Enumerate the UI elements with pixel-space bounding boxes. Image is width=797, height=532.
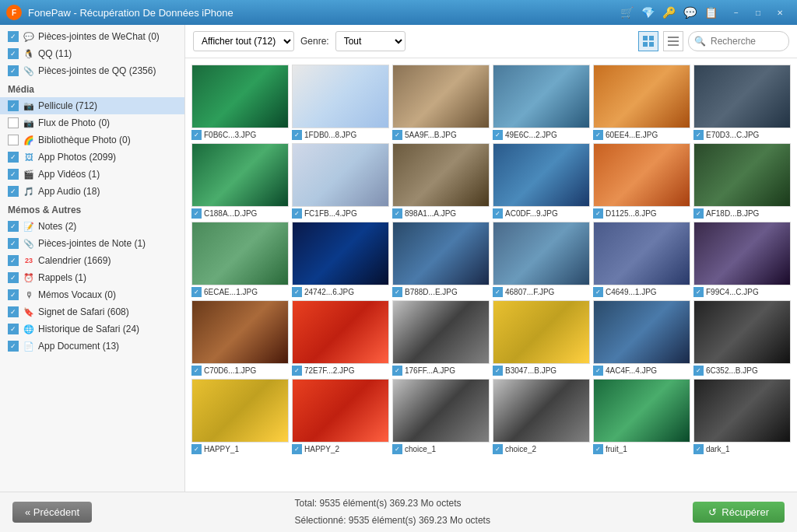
- back-button[interactable]: « Précédent: [12, 502, 92, 523]
- grid-cell-10[interactable]: D1125...8.JPG: [593, 143, 690, 219]
- grid-cell-28[interactable]: fruit_1: [593, 379, 690, 454]
- grid-cell-15[interactable]: 46807...F.JPG: [493, 222, 590, 297]
- checkbox-notes[interactable]: [8, 221, 19, 232]
- genre-select[interactable]: Tout Photos Vidéos: [335, 31, 406, 51]
- cell-checkbox-7[interactable]: [292, 208, 302, 219]
- chat-icon[interactable]: 💬: [683, 6, 697, 19]
- cell-checkbox-0[interactable]: [191, 130, 202, 140]
- sidebar-item-notes[interactable]: 📝 Notes (2): [0, 218, 184, 235]
- checkbox-qq[interactable]: [8, 48, 19, 59]
- sidebar-item-qq-attach[interactable]: 📎 Pièces-jointes de QQ (2356): [0, 62, 184, 79]
- cell-checkbox-18[interactable]: [191, 366, 202, 376]
- cell-checkbox-9[interactable]: [493, 208, 503, 219]
- cart-icon[interactable]: 🛒: [620, 6, 634, 19]
- cell-checkbox-21[interactable]: [493, 366, 503, 376]
- cell-checkbox-17[interactable]: [693, 287, 704, 297]
- checkbox-flux[interactable]: [8, 117, 19, 128]
- key-icon[interactable]: 🔑: [662, 6, 676, 19]
- search-input[interactable]: [688, 31, 789, 51]
- sidebar-item-pellicule[interactable]: 📷 Pellicule (712): [0, 97, 184, 114]
- cell-checkbox-14[interactable]: [392, 287, 402, 297]
- cell-checkbox-28[interactable]: [593, 444, 603, 454]
- cell-checkbox-26[interactable]: [392, 444, 402, 454]
- checkbox-rappels[interactable]: [8, 272, 19, 283]
- grid-cell-26[interactable]: choice_1: [392, 379, 490, 454]
- list-view-button[interactable]: [663, 31, 683, 51]
- grid-cell-18[interactable]: C70D6...1.JPG: [191, 300, 289, 376]
- cell-checkbox-24[interactable]: [191, 444, 202, 454]
- display-select[interactable]: Afficher tout (712): [193, 31, 294, 51]
- checkbox-app-document[interactable]: [8, 341, 19, 352]
- cell-checkbox-27[interactable]: [493, 444, 503, 454]
- cell-checkbox-20[interactable]: [392, 366, 402, 376]
- cell-checkbox-1[interactable]: [292, 130, 302, 140]
- heart-icon[interactable]: 💎: [641, 6, 655, 19]
- cell-checkbox-2[interactable]: [392, 130, 402, 140]
- cell-checkbox-12[interactable]: [191, 287, 202, 297]
- recover-button[interactable]: ↺ Récupérer: [693, 502, 785, 523]
- grid-cell-4[interactable]: 60EE4...E.JPG: [593, 65, 690, 140]
- grid-cell-2[interactable]: 5AA9F...B.JPG: [392, 65, 490, 140]
- clipboard-icon[interactable]: 📋: [704, 6, 718, 19]
- cell-checkbox-16[interactable]: [593, 287, 603, 297]
- grid-cell-8[interactable]: 898A1...A.JPG: [392, 143, 490, 219]
- grid-cell-22[interactable]: 4AC4F...4.JPG: [593, 300, 690, 376]
- checkbox-app-audio[interactable]: [8, 186, 19, 197]
- checkbox-calendrier[interactable]: [8, 255, 19, 266]
- sidebar-item-historique[interactable]: 🌐 Historique de Safari (24): [0, 320, 184, 338]
- grid-cell-6[interactable]: C188A...D.JPG: [191, 143, 289, 219]
- grid-cell-11[interactable]: AF18D...B.JPG: [693, 143, 791, 219]
- checkbox-wechat[interactable]: [8, 31, 19, 42]
- sidebar-item-signet[interactable]: 🔖 Signet de Safari (608): [0, 303, 184, 320]
- grid-cell-13[interactable]: 24742...6.JPG: [292, 222, 389, 297]
- cell-checkbox-22[interactable]: [593, 366, 603, 376]
- grid-cell-29[interactable]: dark_1: [693, 379, 791, 454]
- cell-checkbox-6[interactable]: [191, 208, 202, 219]
- sidebar-item-rappels[interactable]: ⏰ Rappels (1): [0, 269, 184, 286]
- grid-cell-21[interactable]: B3047...B.JPG: [493, 300, 590, 376]
- grid-view-button[interactable]: [638, 31, 658, 51]
- checkbox-qq-attach[interactable]: [8, 65, 19, 76]
- checkbox-app-photos[interactable]: [8, 152, 19, 163]
- sidebar-item-notes-attach[interactable]: 📎 Pièces-jointes de Note (1): [0, 235, 184, 252]
- cell-checkbox-23[interactable]: [693, 366, 704, 376]
- sidebar-item-app-photos[interactable]: 🖼 App Photos (2099): [0, 149, 184, 166]
- grid-cell-1[interactable]: 1FDB0...8.JPG: [292, 65, 389, 140]
- grid-cell-25[interactable]: HAPPY_2: [292, 379, 389, 454]
- grid-cell-9[interactable]: AC0DF...9.JPG: [493, 143, 590, 219]
- checkbox-memos-vocaux[interactable]: [8, 289, 19, 300]
- cell-checkbox-29[interactable]: [693, 444, 704, 454]
- sidebar-item-calendrier[interactable]: 23 Calendrier (1669): [0, 252, 184, 269]
- sidebar-item-flux[interactable]: 📷 Flux de Photo (0): [0, 114, 184, 131]
- maximize-button[interactable]: □: [747, 5, 769, 20]
- grid-cell-0[interactable]: F0B6C...3.JPG: [191, 65, 289, 140]
- sidebar-item-app-document[interactable]: 📄 App Document (13): [0, 338, 184, 355]
- cell-checkbox-19[interactable]: [292, 366, 302, 376]
- close-button[interactable]: ✕: [769, 5, 791, 20]
- sidebar-item-biblio[interactable]: 🌈 Bibliothèque Photo (0): [0, 131, 184, 149]
- cell-checkbox-13[interactable]: [292, 287, 302, 297]
- grid-cell-24[interactable]: HAPPY_1: [191, 379, 289, 454]
- sidebar-item-app-videos[interactable]: 🎬 App Vidéos (1): [0, 166, 184, 183]
- cell-checkbox-11[interactable]: [693, 208, 704, 219]
- grid-cell-3[interactable]: 49E6C...2.JPG: [493, 65, 590, 140]
- checkbox-biblio[interactable]: [8, 135, 19, 145]
- checkbox-notes-attach[interactable]: [8, 238, 19, 249]
- checkbox-pellicule[interactable]: [8, 100, 19, 111]
- grid-cell-17[interactable]: F99C4...C.JPG: [693, 222, 791, 297]
- sidebar-item-wechat[interactable]: 💬 Pièces-jointes de WeChat (0): [0, 28, 184, 45]
- checkbox-signet[interactable]: [8, 306, 19, 317]
- cell-checkbox-3[interactable]: [493, 130, 503, 140]
- cell-checkbox-5[interactable]: [693, 130, 704, 140]
- cell-checkbox-15[interactable]: [493, 287, 503, 297]
- grid-cell-27[interactable]: choice_2: [493, 379, 590, 454]
- cell-checkbox-10[interactable]: [593, 208, 603, 219]
- cell-checkbox-25[interactable]: [292, 444, 302, 454]
- grid-cell-20[interactable]: 176FF...A.JPG: [392, 300, 490, 376]
- grid-cell-16[interactable]: C4649...1.JPG: [593, 222, 690, 297]
- grid-cell-7[interactable]: FC1FB...4.JPG: [292, 143, 389, 219]
- grid-cell-23[interactable]: 6C352...B.JPG: [693, 300, 791, 376]
- grid-cell-12[interactable]: 6ECAE...1.JPG: [191, 222, 289, 297]
- grid-cell-5[interactable]: E70D3...C.JPG: [693, 65, 791, 140]
- cell-checkbox-4[interactable]: [593, 130, 603, 140]
